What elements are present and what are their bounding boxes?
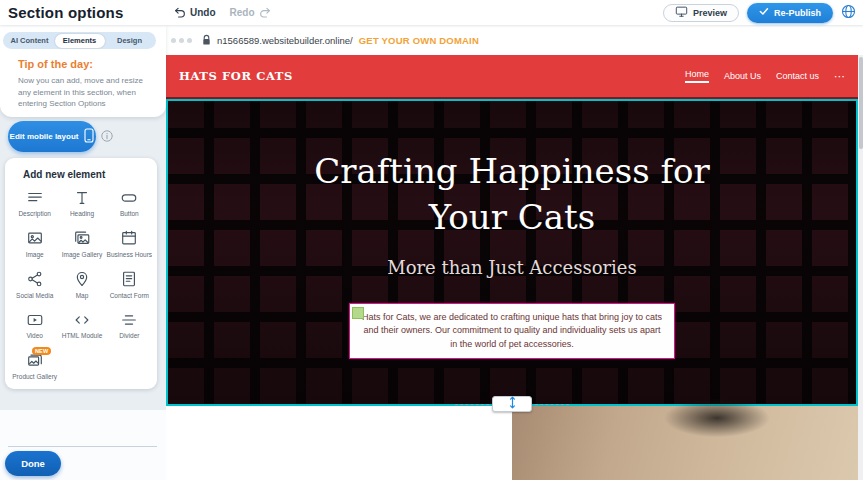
divider	[8, 446, 157, 447]
tab-design[interactable]: Design	[105, 34, 155, 48]
element-grid: Description Heading Button Image	[5, 181, 157, 382]
republish-button[interactable]: Re-Publish	[747, 3, 833, 23]
language-globe-button[interactable]	[841, 4, 856, 22]
site-nav: Home About Us Contact us ⋯	[685, 69, 845, 83]
element-label: Social Media	[16, 292, 53, 301]
add-element-title: Add new element	[5, 158, 157, 181]
add-element-image[interactable]: Image	[11, 229, 58, 260]
element-drag-handle[interactable]	[352, 307, 364, 319]
hero-section-selected[interactable]: Crafting Happiness for Your Cats More th…	[166, 99, 858, 406]
business-hours-icon	[120, 229, 138, 248]
video-icon	[26, 310, 44, 329]
site-logo[interactable]: HATS FOR CATS	[179, 69, 293, 83]
map-icon	[73, 270, 91, 289]
element-label: HTML Module	[62, 332, 103, 341]
site-preview: HATS FOR CATS Home About Us Contact us ⋯…	[166, 55, 858, 480]
tab-ai-content[interactable]: AI Content	[5, 34, 55, 48]
add-element-description[interactable]: Description	[11, 188, 58, 219]
get-domain-link[interactable]: GET YOUR OWN DOMAIN	[359, 35, 479, 46]
element-label: Divider	[119, 332, 139, 341]
topbar-actions: Preview Re-Publish	[663, 3, 863, 23]
add-element-business-hours[interactable]: Business Hours	[106, 229, 153, 260]
add-element-button[interactable]: Button	[106, 188, 153, 219]
button-icon	[120, 188, 138, 207]
add-element-divider[interactable]: Divider	[106, 310, 153, 341]
hero-subheading[interactable]: More than Just Accessories	[168, 257, 856, 278]
element-label: Heading	[70, 210, 94, 219]
add-element-map[interactable]: Map	[58, 270, 105, 301]
history-controls: Undo Redo	[172, 0, 273, 25]
edit-mobile-label: Edit mobile layout	[10, 132, 79, 141]
site-header: HATS FOR CATS Home About Us Contact us ⋯	[166, 55, 858, 97]
tip-body: Now you can add, move and resize any ele…	[18, 75, 154, 110]
element-label: Image Gallery	[62, 251, 102, 260]
description-icon	[26, 188, 44, 207]
add-element-video[interactable]: Video	[11, 310, 58, 341]
app-topbar: Section options Undo Redo Preview Re-P	[0, 0, 863, 25]
republish-label: Re-Publish	[774, 8, 821, 18]
add-element-html-module[interactable]: HTML Module	[58, 310, 105, 341]
scrollbar-track[interactable]	[858, 55, 863, 480]
image-gallery-icon	[73, 229, 91, 248]
browser-dot	[187, 38, 192, 43]
contact-form-icon	[120, 270, 138, 289]
info-icon[interactable]	[101, 130, 113, 142]
redo-button[interactable]: Redo	[230, 5, 273, 21]
nav-about-us[interactable]: About Us	[724, 71, 761, 81]
nav-contact-us[interactable]: Contact us	[776, 71, 819, 81]
section-resize-handle[interactable]	[492, 396, 532, 412]
undo-icon	[172, 5, 186, 21]
browser-dots	[171, 38, 192, 43]
social-media-icon	[26, 270, 44, 289]
sidebar-top-panel: AI Content Elements Design Tip of the da…	[0, 25, 166, 117]
browser-dot	[179, 38, 184, 43]
element-label: Map	[76, 292, 89, 301]
sidebar-bottom-panel: Done	[0, 410, 166, 480]
tab-elements[interactable]: Elements	[55, 34, 105, 48]
redo-label: Redo	[230, 7, 255, 18]
page-title: Section options	[8, 4, 124, 21]
element-label: Button	[120, 210, 139, 219]
element-label: Product Gallery	[12, 373, 57, 382]
add-element-product-gallery[interactable]: NEW Product Gallery	[11, 351, 58, 382]
element-label: Image	[26, 251, 44, 260]
element-label: Video	[26, 332, 43, 341]
preview-label: Preview	[693, 8, 727, 18]
divider-icon	[120, 310, 138, 329]
globe-icon	[841, 4, 856, 22]
new-badge: NEW	[32, 347, 51, 355]
add-element-heading[interactable]: Heading	[58, 188, 105, 219]
hero-heading[interactable]: Crafting Happiness for Your Cats	[292, 101, 732, 241]
add-element-social-media[interactable]: Social Media	[11, 270, 58, 301]
sand-photo	[512, 406, 858, 480]
add-element-image-gallery[interactable]: Image Gallery	[58, 229, 105, 260]
heading-icon	[73, 188, 91, 207]
element-label: Contact Form	[110, 292, 149, 301]
sidebar-tabs: AI Content Elements Design	[3, 32, 156, 49]
scrollbar-thumb[interactable]	[859, 57, 863, 149]
edit-mobile-layout-button[interactable]: Edit mobile layout	[8, 121, 96, 152]
done-button[interactable]: Done	[5, 451, 61, 476]
nav-more-icon[interactable]: ⋯	[834, 71, 845, 82]
preview-button[interactable]: Preview	[663, 4, 739, 22]
redo-icon	[259, 5, 273, 21]
browser-dot	[171, 38, 176, 43]
html-module-icon	[73, 310, 91, 329]
add-new-element-panel: Add new element Description Heading Butt…	[5, 158, 157, 389]
site-url: n1566589.websitebuilder.online/	[217, 35, 353, 46]
image-icon	[26, 229, 44, 248]
tip-of-the-day: Tip of the day: Now you can add, move an…	[0, 49, 166, 110]
element-label: Description	[18, 210, 51, 219]
tip-title: Tip of the day:	[18, 58, 154, 70]
hero-textbox-selected[interactable]: Hats for Cats, we are dedicated to craft…	[349, 303, 675, 360]
undo-button[interactable]: Undo	[172, 5, 216, 21]
sidebar: AI Content Elements Design Tip of the da…	[0, 25, 166, 480]
add-element-contact-form[interactable]: Contact Form	[106, 270, 153, 301]
monitor-icon	[675, 5, 688, 20]
resize-arrows-icon	[508, 395, 517, 413]
hero-body-text: Hats for Cats, we are dedicated to craft…	[362, 312, 662, 349]
phone-icon	[84, 128, 94, 145]
nav-home[interactable]: Home	[685, 69, 709, 83]
check-icon	[759, 7, 769, 18]
next-section[interactable]	[166, 406, 858, 480]
